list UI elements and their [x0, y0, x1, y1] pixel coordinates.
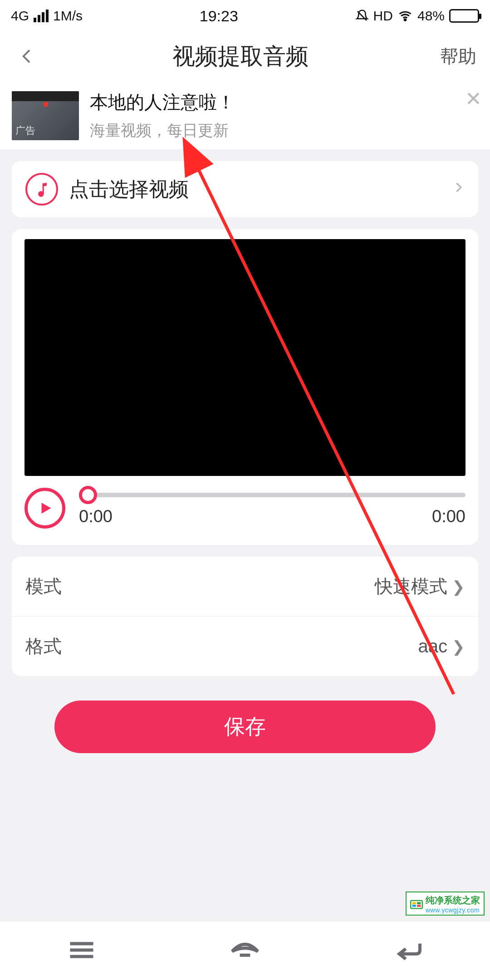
clock: 19:23	[200, 7, 238, 25]
svg-point-0	[404, 19, 406, 21]
select-video-label: 点击选择视频	[69, 176, 441, 203]
svg-rect-11	[417, 905, 421, 907]
setting-mode-label: 模式	[25, 574, 62, 599]
time-total: 0:00	[432, 507, 466, 526]
seek-thumb[interactable]	[79, 486, 97, 504]
system-nav-bar	[0, 921, 490, 980]
setting-format-label: 格式	[25, 634, 62, 659]
status-bar: 4G 1M/s 19:23 HD 48%	[0, 0, 490, 29]
setting-format[interactable]: 格式 aac ❯	[12, 616, 478, 676]
watermark-icon	[410, 899, 423, 910]
signal-icon	[34, 10, 49, 22]
seek-column: 0:00 0:00	[79, 490, 466, 526]
main-content: 点击选择视频 0:00 0:00 模式	[0, 149, 490, 765]
player-controls: 0:00 0:00	[24, 488, 466, 529]
back-button[interactable]	[14, 43, 41, 70]
video-preview-card: 0:00 0:00	[12, 229, 478, 545]
save-button-label: 保存	[224, 713, 266, 741]
music-icon	[25, 173, 58, 206]
select-video-row[interactable]: 点击选择视频	[12, 161, 478, 217]
app-header: 视频提取音频 帮助	[0, 29, 490, 83]
svg-rect-7	[411, 900, 422, 908]
time-current: 0:00	[79, 507, 113, 526]
nav-back-button[interactable]	[393, 939, 424, 963]
status-right: HD 48%	[355, 8, 479, 24]
hd-indicator: HD	[373, 8, 393, 24]
watermark: 纯净系统之家 www.ycwgjzy.com	[406, 892, 485, 916]
wifi-icon	[397, 9, 413, 23]
ad-banner[interactable]: 广告 本地的人注意啦！ 海量视频，每日更新 ✕	[0, 83, 490, 149]
seek-slider[interactable]	[79, 490, 466, 500]
nav-menu-button[interactable]	[66, 939, 97, 963]
svg-rect-8	[412, 902, 416, 904]
mute-icon	[355, 9, 369, 23]
settings-card: 模式 快速模式 ❯ 格式 aac ❯	[12, 557, 478, 676]
watermark-url: www.ycwgjzy.com	[426, 906, 480, 914]
ad-thumbnail: 广告	[12, 91, 79, 140]
svg-marker-1	[42, 503, 51, 514]
video-surface[interactable]	[24, 239, 466, 476]
battery-percent: 48%	[417, 8, 445, 24]
page-title: 视频提取音频	[172, 41, 309, 72]
setting-mode[interactable]: 模式 快速模式 ❯	[12, 557, 478, 616]
help-link[interactable]: 帮助	[440, 44, 476, 69]
network-speed: 1M/s	[53, 8, 83, 24]
chevron-right-icon: ❯	[452, 637, 465, 656]
watermark-text: 纯净系统之家	[426, 895, 480, 905]
ad-tag: 广告	[15, 124, 35, 137]
setting-mode-value: 快速模式	[375, 574, 447, 599]
save-button[interactable]: 保存	[54, 701, 436, 753]
ad-close-button[interactable]: ✕	[465, 89, 482, 109]
ad-text: 本地的人注意啦！ 海量视频，每日更新	[90, 90, 478, 141]
battery-icon	[449, 9, 479, 23]
status-left: 4G 1M/s	[11, 8, 83, 24]
svg-rect-10	[412, 905, 416, 907]
network-type: 4G	[11, 8, 29, 24]
setting-format-value: aac	[418, 636, 448, 657]
chevron-right-icon: ❯	[452, 578, 465, 596]
nav-home-button[interactable]	[230, 939, 260, 963]
play-button[interactable]	[24, 488, 65, 529]
chevron-right-icon	[452, 178, 465, 201]
ad-subtitle: 海量视频，每日更新	[90, 120, 478, 141]
svg-rect-9	[417, 902, 421, 904]
ad-title: 本地的人注意啦！	[90, 90, 478, 115]
